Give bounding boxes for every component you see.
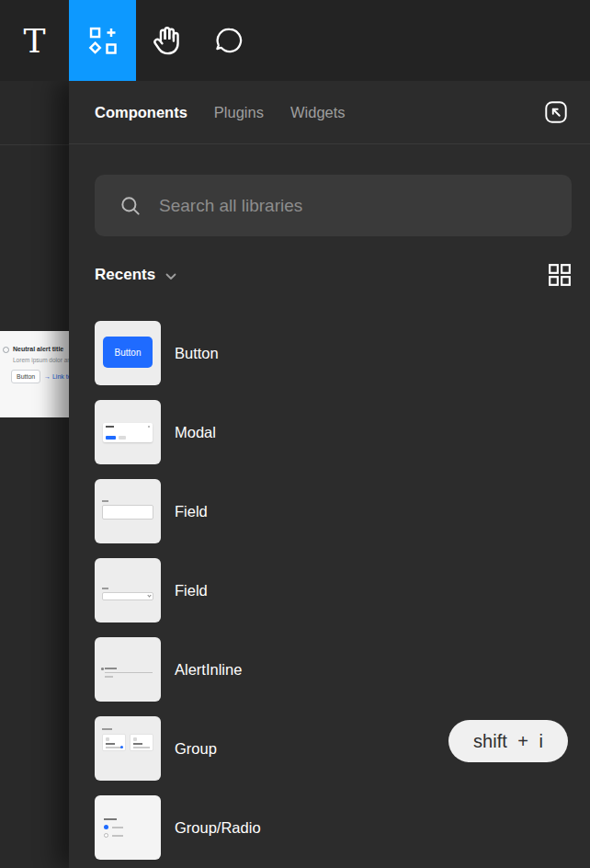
component-thumbnail bbox=[95, 400, 161, 464]
canvas-artboard-fragment: Neutral alert title Lorem ipsum dolor am… bbox=[0, 331, 69, 417]
component-list-item[interactable]: Button Button bbox=[95, 321, 572, 385]
comment-bubble-icon bbox=[214, 25, 245, 56]
thumb-shape bbox=[112, 835, 123, 837]
search-input[interactable]: Search all libraries bbox=[95, 175, 572, 236]
recents-title: Recents bbox=[95, 266, 155, 284]
alert-title-text: Neutral alert title bbox=[13, 346, 63, 352]
thumb-shape bbox=[120, 746, 123, 748]
tab-widgets[interactable]: Widgets bbox=[290, 104, 346, 121]
component-thumbnail bbox=[95, 637, 161, 702]
hand-tool-button[interactable] bbox=[136, 0, 199, 81]
canvas-area[interactable]: Neutral alert title Lorem ipsum dolor am… bbox=[0, 81, 69, 868]
text-tool-button[interactable]: T bbox=[0, 0, 69, 81]
thumb-shape bbox=[105, 672, 153, 674]
alert-icon bbox=[3, 347, 9, 353]
component-list-item[interactable]: Modal bbox=[95, 400, 572, 464]
place-instance-button[interactable] bbox=[540, 97, 572, 128]
alert-body-text: Lorem ipsum dolor amet consect bbox=[13, 357, 69, 363]
tab-plugins[interactable]: Plugins bbox=[214, 104, 264, 121]
component-name: Group bbox=[175, 740, 217, 758]
thumb-shape bbox=[103, 423, 153, 442]
search-icon bbox=[119, 194, 142, 218]
assets-tool-button[interactable] bbox=[69, 0, 136, 81]
thumb-shape bbox=[119, 436, 126, 440]
thumb-shape bbox=[148, 426, 150, 428]
thumb-shape bbox=[102, 734, 126, 751]
thumb-shape bbox=[104, 818, 117, 820]
thumb-shape bbox=[102, 588, 108, 589]
thumb-shape bbox=[105, 668, 117, 669]
canvas-frame-edge bbox=[0, 144, 69, 145]
assets-icon bbox=[86, 24, 119, 57]
component-thumbnail bbox=[95, 479, 161, 543]
thumb-shape bbox=[102, 728, 112, 730]
thumb-shape: Button bbox=[103, 337, 153, 368]
component-list-item[interactable]: Group/Radio bbox=[95, 795, 572, 860]
thumb-shape bbox=[102, 500, 108, 502]
component-name: AlertInline bbox=[175, 661, 242, 679]
component-name: Button bbox=[175, 345, 219, 362]
component-name: Field bbox=[175, 503, 208, 520]
thumb-shape bbox=[106, 436, 116, 440]
thumb-shape bbox=[102, 505, 153, 520]
thumb-shape bbox=[130, 734, 153, 751]
component-thumbnail bbox=[95, 558, 161, 622]
component-list-item[interactable]: AlertInline bbox=[95, 637, 572, 702]
component-thumbnail bbox=[95, 716, 161, 781]
hand-icon bbox=[151, 24, 184, 57]
toolbar: T bbox=[0, 0, 590, 81]
thumb-shape bbox=[112, 827, 123, 828]
grid-icon bbox=[548, 263, 572, 287]
arrow-up-left-box-icon bbox=[542, 98, 570, 126]
component-thumbnail: Button bbox=[95, 321, 161, 385]
component-list-item[interactable]: Field bbox=[95, 479, 572, 543]
shortcut-badge: shift + i bbox=[448, 720, 568, 762]
shortcut-badge-text: shift + i bbox=[473, 731, 543, 752]
component-list-item[interactable]: Field bbox=[95, 558, 572, 622]
search-placeholder: Search all libraries bbox=[159, 196, 302, 216]
component-name: Field bbox=[175, 582, 208, 600]
thumb-shape bbox=[105, 676, 113, 678]
panel-header: Components Plugins Widgets bbox=[69, 81, 590, 144]
recents-section-header: Recents bbox=[95, 262, 572, 288]
component-name: Modal bbox=[175, 424, 216, 441]
thumb-shape bbox=[104, 833, 108, 838]
tab-components[interactable]: Components bbox=[95, 104, 187, 121]
thumb-shape bbox=[104, 825, 108, 829]
alert-link: → Link text bbox=[44, 373, 69, 380]
thumb-shape bbox=[102, 592, 153, 600]
panel-tabs: Components Plugins Widgets bbox=[95, 104, 540, 121]
comments-tool-button[interactable] bbox=[199, 0, 261, 81]
thumb-shape bbox=[101, 668, 104, 670]
chevron-down-icon[interactable] bbox=[165, 273, 176, 280]
component-thumbnail bbox=[95, 795, 161, 860]
text-tool-icon: T bbox=[23, 22, 45, 60]
grid-view-toggle[interactable] bbox=[548, 263, 572, 287]
alert-button: Button bbox=[11, 370, 40, 383]
component-name: Group/Radio bbox=[175, 819, 261, 837]
thumb-shape bbox=[106, 426, 114, 428]
